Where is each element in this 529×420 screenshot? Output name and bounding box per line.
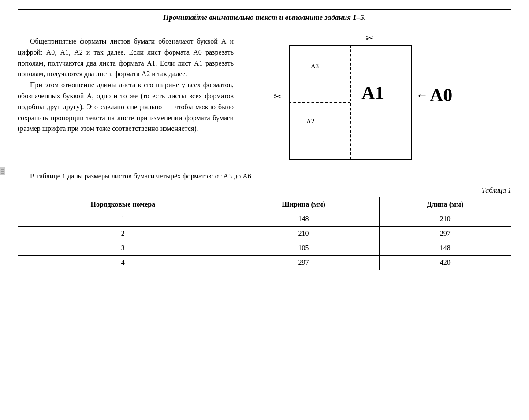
col-header-2: Ширина (мм) xyxy=(228,197,379,212)
table-cell-r1-c0: 2 xyxy=(18,226,228,241)
table-cell-r3-c1: 297 xyxy=(228,255,379,270)
title-text: Прочитайте внимательно текст и выполните… xyxy=(163,13,366,22)
content-area: Общепринятые форматы листов бумаги обозн… xyxy=(18,36,511,164)
label-a2: А2 xyxy=(306,118,314,125)
page-title: Прочитайте внимательно текст и выполните… xyxy=(18,9,511,26)
table-row: 3105148 xyxy=(18,241,511,255)
table-cell-r0-c0: 1 xyxy=(18,212,228,226)
table-cell-r2-c1: 105 xyxy=(228,241,379,255)
diagram-area: ✂ ✂ А3 А2 А1 ← А0 xyxy=(242,36,511,164)
col-header-3: Длина (мм) xyxy=(379,197,511,212)
paragraph-1: Общепринятые форматы листов бумаги обозн… xyxy=(18,36,234,80)
arrow-a0-group: ← А0 xyxy=(416,85,452,106)
paragraph-2: При этом отношение длины листа к его шир… xyxy=(18,80,234,134)
paragraph-3: В таблице 1 даны размеры листов бумаги ч… xyxy=(18,171,511,182)
table-cell-r3-c2: 420 xyxy=(379,255,511,270)
table-cell-r1-c2: 297 xyxy=(379,226,511,241)
page: Прочитайте внимательно текст и выполните… xyxy=(0,0,529,420)
scissors-left-icon: ✂ xyxy=(274,91,281,102)
bottom-ruler xyxy=(0,409,529,416)
table-cell-r0-c2: 210 xyxy=(379,212,511,226)
table-cell-r1-c1: 210 xyxy=(228,226,379,241)
table-cell-r3-c0: 4 xyxy=(18,255,228,270)
table-cell-r2-c0: 3 xyxy=(18,241,228,255)
table-row: 2210297 xyxy=(18,226,511,241)
left-edge-decoration xyxy=(0,167,5,175)
label-a3: А3 xyxy=(311,63,319,70)
data-table: Порядковые номера Ширина (мм) Длина (мм)… xyxy=(18,197,511,270)
dashed-vertical-line xyxy=(350,45,351,160)
arrow-icon: ← xyxy=(416,88,428,102)
scissors-top-icon: ✂ xyxy=(366,33,373,43)
table-header-row: Порядковые номера Ширина (мм) Длина (мм) xyxy=(18,197,511,212)
col-header-1: Порядковые номера xyxy=(18,197,228,212)
table-cell-r0-c1: 148 xyxy=(228,212,379,226)
diagram-wrapper: ✂ ✂ А3 А2 А1 ← А0 xyxy=(284,41,469,164)
dashed-horizontal-line xyxy=(289,102,350,103)
left-text-block: Общепринятые форматы листов бумаги обозн… xyxy=(18,36,234,164)
label-a1: А1 xyxy=(361,82,384,104)
table-caption: Таблица 1 xyxy=(18,186,511,194)
table-cell-r2-c2: 148 xyxy=(379,241,511,255)
table-row: 1148210 xyxy=(18,212,511,226)
label-a0: А0 xyxy=(430,85,452,106)
table-row: 4297420 xyxy=(18,255,511,270)
ruler-line xyxy=(0,413,529,413)
full-width-text: В таблице 1 даны размеры листов бумаги ч… xyxy=(18,171,511,182)
